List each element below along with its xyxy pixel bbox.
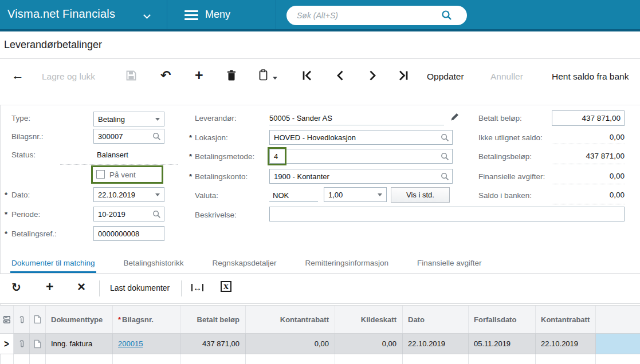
empty-grid-row [0,354,640,364]
chevron-down-icon[interactable] [143,11,151,19]
search-placeholder: Søk (Alt+S) [297,11,338,20]
refnbr-link[interactable]: 200015 [118,339,143,348]
row-notes-cell[interactable] [30,334,46,354]
column-header-cash-discount[interactable]: Kontantrabatt [246,306,335,333]
payment-amount-value: 437 871,00 [552,152,625,160]
status-value: Balansert [97,151,128,159]
clipboard-icon[interactable] [259,69,268,81]
chevron-down-icon[interactable] [155,118,160,121]
required-marker: * [5,210,7,219]
grid-settings-icon[interactable] [0,306,14,333]
tab-bar: Dokumenter til matching Betalingshistori… [0,255,640,274]
date-select[interactable]: 22.10.2019 [93,187,164,202]
lookup-icon[interactable] [441,152,449,161]
search-icon[interactable] [441,10,453,21]
lookup-icon[interactable] [441,172,449,181]
tab-finansielle-avgifter[interactable]: Finansielle avgifter [416,255,483,273]
row-attachment-cell[interactable] [14,334,30,354]
chevron-down-icon[interactable] [155,193,160,196]
cancel-button[interactable]: Annuller [490,72,523,82]
column-header-paid-amount[interactable]: Betalt beløp [180,306,246,333]
app-title[interactable]: Visma.net Financials [7,7,115,21]
period-input[interactable]: 10-2019 [93,207,164,221]
type-select[interactable]: Betaling [93,112,164,126]
cell-doctype[interactable]: Inng. faktura [46,334,113,354]
cell-cash-discount-date[interactable]: 22.10.2019 [536,334,596,354]
column-header-cash-discount-date[interactable]: Kontantrabatt [536,306,596,333]
load-documents-button[interactable]: Last dokumenter [110,283,170,292]
cell-due-date[interactable]: 05.11.2019 [469,334,536,354]
update-button[interactable]: Oppdater [427,72,464,82]
bank-balance-label: Saldo i banken: [478,191,532,200]
menu-button[interactable]: Meny [205,9,230,21]
currency-rate-select[interactable]: 1,00 [324,187,387,202]
next-record-icon[interactable] [367,70,378,81]
location-input[interactable]: HOVED - Hovedlokasjon [269,130,453,145]
get-bank-balance-button[interactable]: Hent saldo fra bank [552,72,629,82]
column-header-date[interactable]: Dato [403,306,469,333]
type-value: Betaling [98,115,125,124]
toolbar-divider [99,280,100,296]
back-icon[interactable]: ← [11,68,24,83]
description-input[interactable] [269,207,625,221]
tab-remitteringsinformasjon[interactable]: Remitteringsinformasjon [304,255,390,273]
payref-label: Betalingsref.: [11,230,57,238]
cell-cash-discount[interactable]: 0,00 [246,334,335,354]
menu-icon[interactable] [184,10,198,22]
search-input[interactable]: Søk (Alt+S) [286,6,467,25]
location-value: HOVED - Hovedlokasjon [274,133,356,142]
fit-width-icon[interactable]: ↔ [191,284,203,291]
column-header-due-date[interactable]: Forfallsdato [469,306,536,333]
lookup-icon[interactable] [441,133,449,142]
refnbr-label: Bilagsnr.: [11,132,44,141]
cell-date[interactable]: 22.10.2019 [403,334,469,354]
save-close-button[interactable]: Lagre og lukk [42,72,95,82]
notes-column-header[interactable] [30,306,46,333]
save-icon[interactable] [126,70,136,81]
currency-code[interactable]: NOK [273,191,289,200]
table-row[interactable]: > Inng. faktura 200015 437 871,00 0,00 0… [0,334,640,354]
export-excel-icon[interactable]: X [221,281,231,292]
attachment-column-header[interactable] [14,306,30,333]
field-divider [552,144,625,144]
refresh-icon[interactable]: ↻ [11,280,21,294]
hold-checkbox[interactable] [96,170,105,179]
payment-account-input[interactable]: 1900 - Kontanter [269,169,453,184]
view-base-button[interactable]: Vis i std. [391,187,450,203]
section-divider [60,164,178,165]
tab-betalingshistorikk[interactable]: Betalingshistorikk [123,255,185,273]
payref-input[interactable]: 0000000008 [93,226,164,241]
refnbr-input[interactable]: 300007 [93,129,164,144]
lookup-icon[interactable] [152,132,161,141]
cell-extra-highlighted[interactable] [596,334,640,354]
vendor-underline [269,125,444,125]
previous-record-icon[interactable] [335,70,346,81]
edit-pencil-icon[interactable] [450,112,460,121]
cell-paid-amount[interactable]: 437 871,00 [180,334,246,354]
lookup-icon[interactable] [152,210,161,219]
column-header-withholding[interactable]: Kildeskatt [335,306,403,333]
undo-icon[interactable]: ↶ [160,68,171,83]
tab-dokumenter-til-matching[interactable]: Dokumenter til matching [10,255,96,273]
page-title: Leverandørbetalinger [4,39,102,51]
add-icon[interactable]: + [195,67,203,84]
tab-regnskapsdetaljer[interactable]: Regnskapsdetaljer [211,255,278,273]
payment-method-input[interactable]: 4 [269,149,453,164]
paid-amount-input[interactable]: 437 871,00 [552,110,625,126]
first-record-icon[interactable] [301,70,313,81]
add-row-icon[interactable]: + [46,279,53,295]
chevron-down-icon[interactable] [378,193,382,196]
row-selector[interactable]: > [0,334,14,354]
chevron-down-icon[interactable] [273,77,277,80]
delete-row-icon[interactable]: × [77,279,85,295]
cell-refnbr[interactable]: 200015 [113,334,180,354]
delete-icon[interactable] [227,70,236,81]
vendor-value[interactable]: 50005 - Sander AS [269,114,332,122]
field-divider [552,204,625,204]
column-header-extra [596,306,640,333]
column-header-refnbr[interactable]: *Bilagsnr. [113,306,180,333]
last-record-icon[interactable] [398,70,409,81]
cell-withholding[interactable]: 0,00 [335,334,403,354]
column-header-doctype[interactable]: Dokumenttype [46,306,113,333]
payref-value: 0000000008 [98,230,139,238]
